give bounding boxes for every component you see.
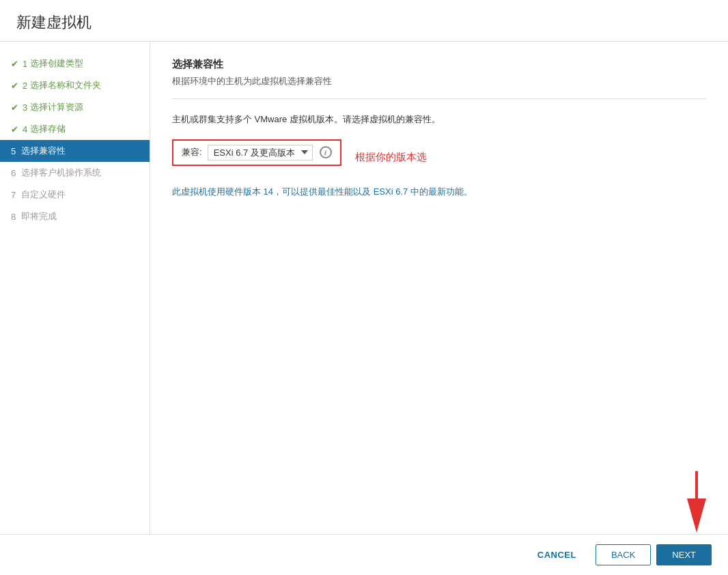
sidebar: ✔1 选择创建类型✔2 选择名称和文件夹✔3 选择计算资源✔4 选择存储5 选择… (0, 42, 150, 534)
step-num: 3 (23, 102, 27, 113)
section-subtitle: 根据环境中的主机为此虚拟机选择兼容性 (172, 75, 706, 87)
sidebar-item-label: 选择客户机操作系统 (21, 167, 101, 179)
sidebar-item-8: 8 即将完成 (0, 206, 150, 227)
compat-select[interactable]: ESXi 6.7 及更高版本ESXi 6.5 及更高版本ESXi 6.0 及更高… (208, 145, 313, 160)
sidebar-item-1[interactable]: ✔1 选择创建类型 (0, 53, 150, 74)
section-title: 选择兼容性 (172, 58, 706, 71)
arrow-line (695, 471, 698, 499)
arrow-annotation (687, 471, 706, 533)
footer-wrapper: CANCEL BACK NEXT (0, 534, 728, 575)
sidebar-item-6: 6 选择客户机操作系统 (0, 162, 150, 184)
compat-row: 兼容: ESXi 6.7 及更高版本ESXi 6.5 及更高版本ESXi 6.0… (172, 139, 341, 166)
step-num: 1 (23, 59, 27, 69)
step-num: 4 (23, 124, 27, 135)
sidebar-item-label: 选择兼容性 (21, 145, 66, 157)
dialog-body: ✔1 选择创建类型✔2 选择名称和文件夹✔3 选择计算资源✔4 选择存储5 选择… (0, 42, 728, 534)
check-icon: ✔ (11, 124, 18, 135)
divider (172, 98, 706, 99)
compat-label: 兼容: (182, 146, 202, 158)
sidebar-item-label: 即将完成 (21, 210, 57, 223)
step-num: 7 (11, 190, 16, 200)
step-num: 6 (11, 168, 16, 178)
step-num: 8 (11, 212, 16, 222)
dialog-title: 新建虚拟机 (16, 12, 712, 33)
sidebar-item-label: 选择名称和文件夹 (30, 79, 101, 92)
step-num: 5 (11, 146, 16, 156)
step-num: 2 (23, 81, 27, 91)
compat-row-wrapper: 兼容: ESXi 6.7 及更高版本ESXi 6.5 及更高版本ESXi 6.0… (172, 139, 706, 176)
dialog-footer: CANCEL BACK NEXT (0, 534, 728, 575)
hw-desc: 此虚拟机使用硬件版本 14，可以提供最佳性能以及 ESXi 6.7 中的最新功能… (172, 185, 706, 199)
dialog-header: 新建虚拟机 (0, 0, 728, 42)
check-icon: ✔ (11, 81, 18, 91)
annotation-text: 根据你的版本选 (355, 151, 427, 164)
next-button[interactable]: NEXT (656, 544, 712, 565)
sidebar-item-label: 选择创建类型 (30, 57, 83, 70)
main-content: 选择兼容性 根据环境中的主机为此虚拟机选择兼容性 主机或群集支持多个 VMwar… (150, 42, 728, 534)
check-icon: ✔ (11, 102, 18, 113)
sidebar-item-5[interactable]: 5 选择兼容性 (0, 140, 150, 162)
sidebar-item-label: 选择存储 (30, 123, 66, 135)
desc-text: 主机或群集支持多个 VMware 虚拟机版本。请选择虚拟机的兼容性。 (172, 113, 706, 127)
sidebar-item-7: 7 自定义硬件 (0, 184, 150, 206)
back-button[interactable]: BACK (596, 544, 651, 565)
sidebar-item-3[interactable]: ✔3 选择计算资源 (0, 96, 150, 118)
info-icon[interactable]: i (320, 146, 332, 158)
check-icon: ✔ (11, 59, 18, 69)
cancel-button[interactable]: CANCEL (524, 544, 590, 565)
sidebar-item-label: 自定义硬件 (21, 188, 66, 201)
sidebar-item-2[interactable]: ✔2 选择名称和文件夹 (0, 74, 150, 96)
sidebar-item-4[interactable]: ✔4 选择存储 (0, 118, 150, 140)
arrow-down (687, 499, 706, 533)
dialog-container: 新建虚拟机 ✔1 选择创建类型✔2 选择名称和文件夹✔3 选择计算资源✔4 选择… (0, 0, 728, 575)
sidebar-item-label: 选择计算资源 (30, 101, 83, 113)
